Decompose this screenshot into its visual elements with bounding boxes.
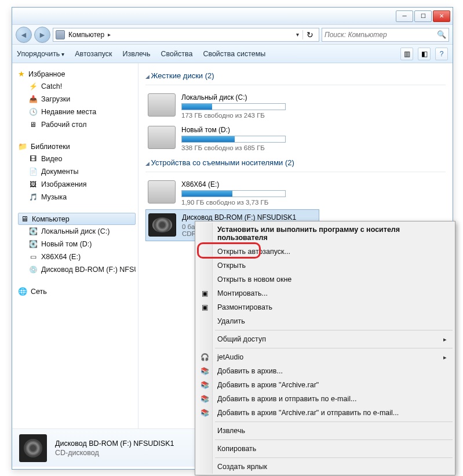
- view-button[interactable]: ▥: [400, 48, 413, 60]
- section-hdd[interactable]: Жесткие диски (2): [145, 68, 446, 85]
- ctx-separator: [215, 422, 453, 422]
- ctx-separator: [215, 348, 453, 348]
- usb-icon: ▭: [28, 252, 38, 261]
- nav-fav-catch[interactable]: ⚡Catch!: [18, 80, 136, 93]
- recent-icon: 🕓: [28, 107, 38, 117]
- nav-network[interactable]: Сеть: [18, 285, 136, 297]
- nav-lib-pictures[interactable]: 🖼Изображения: [18, 178, 136, 191]
- ctx-jetaudio[interactable]: 🎧jetAudio▸: [196, 350, 454, 364]
- back-button[interactable]: ◄: [16, 27, 32, 43]
- mount-icon: ▣: [200, 289, 209, 298]
- ctx-label: Копировать: [217, 445, 256, 453]
- pictures-icon: 🖼: [28, 180, 38, 189]
- ctx-label: Создать ярлык: [217, 463, 267, 471]
- ctx-label: Извлечь: [217, 427, 245, 435]
- drive-free: 1,90 ГБ свободно из 3,73 ГБ: [181, 199, 317, 206]
- properties-button[interactable]: Свойства: [161, 50, 193, 58]
- nav-fav-recent[interactable]: 🕓Недавние места: [18, 106, 136, 118]
- ctx-label: Общий доступ: [217, 335, 266, 343]
- unmount-icon: ▣: [200, 303, 209, 312]
- preview-pane-button[interactable]: ◧: [418, 48, 431, 60]
- ctx-label: jetAudio: [217, 353, 243, 361]
- refresh-button[interactable]: ↻: [302, 30, 316, 39]
- autoplay-button[interactable]: Автозапуск: [75, 50, 112, 58]
- ctx-open-new[interactable]: Открыть в новом окне: [196, 272, 454, 286]
- details-thumb-icon: [19, 434, 47, 462]
- nav-libraries[interactable]: Библиотеки: [18, 140, 136, 152]
- nav-drive-d[interactable]: 💽Новый том (D:): [18, 238, 136, 250]
- nav-lib-music[interactable]: 🎵Музыка: [18, 191, 136, 204]
- drive-name: Дисковод BD-ROM (F:) NFSUDISK1: [182, 213, 316, 221]
- sysprops-button[interactable]: Свойства системы: [203, 50, 265, 58]
- ctx-separator: [215, 330, 453, 330]
- nav-drive-c[interactable]: 💽Локальный диск (C:): [18, 225, 136, 238]
- documents-icon: 📄: [28, 167, 38, 176]
- jetaudio-icon: 🎧: [200, 353, 209, 362]
- help-button[interactable]: ?: [435, 48, 448, 60]
- details-name: Дисковод BD-ROM (F:) NFSUDISK1: [55, 439, 174, 448]
- toolbar: Упорядочить Автозапуск Извлечь Свойства …: [12, 45, 453, 63]
- nav-item-label: Музыка: [41, 193, 67, 201]
- forward-button[interactable]: ►: [34, 27, 50, 43]
- ctx-open-autorun[interactable]: Открыть автозапуск...: [196, 245, 454, 259]
- ctx-delete[interactable]: Удалить: [196, 314, 454, 328]
- ctx-open[interactable]: Открыть: [196, 259, 454, 272]
- ctx-copy[interactable]: Копировать: [196, 442, 454, 456]
- nav-item-label: Загрузки: [41, 95, 70, 103]
- maximize-button[interactable]: ☐: [414, 10, 432, 22]
- nav-lib-video[interactable]: 🎞Видео: [18, 152, 136, 165]
- search-icon[interactable]: 🔍: [437, 30, 446, 39]
- capacity-bar: [181, 136, 286, 143]
- nav-item-label: Catch!: [41, 82, 62, 90]
- breadcrumb-arrow-icon[interactable]: ▸: [108, 31, 111, 38]
- close-button[interactable]: ✕: [433, 10, 450, 22]
- hdd-icon: 💽: [28, 227, 38, 236]
- nav-favorites[interactable]: Избранное: [18, 68, 136, 80]
- nav-fav-desktop[interactable]: 🖥Рабочий стол: [18, 118, 136, 131]
- nav-computer[interactable]: Компьютер: [18, 213, 136, 225]
- music-icon: 🎵: [28, 192, 38, 202]
- search-box[interactable]: 🔍: [322, 28, 449, 42]
- nav-drive-e[interactable]: ▭X86X64 (E:): [18, 250, 136, 263]
- downloads-icon: 📥: [28, 95, 38, 104]
- search-input[interactable]: [325, 31, 437, 39]
- nav-item-label: Видео: [41, 155, 63, 163]
- ctx-separator: [215, 457, 453, 458]
- ctx-add-archive-name-mail[interactable]: 📚Добавить в архив "Archive.rar" и отправ…: [196, 406, 454, 420]
- nav-drive-f[interactable]: 💿Дисковод BD-ROM (F:) NFSU: [18, 263, 136, 276]
- addr-dropdown-icon[interactable]: ▾: [296, 31, 299, 38]
- desktop-icon: 🖥: [28, 120, 38, 129]
- video-icon: 🎞: [28, 154, 38, 163]
- address-bar[interactable]: Компьютер ▸ ▾ ↻: [53, 28, 319, 42]
- ctx-mount[interactable]: ▣Монтировать...: [196, 286, 454, 300]
- hdd-icon: [148, 126, 176, 149]
- drive-d[interactable]: Новый том (D:) 338 ГБ свободно из 685 ГБ: [145, 122, 319, 155]
- drive-e[interactable]: X86X64 (E:) 1,90 ГБ свободно из 3,73 ГБ: [145, 177, 319, 209]
- ctx-unmount[interactable]: ▣Размонтировать: [196, 300, 454, 314]
- ctx-install[interactable]: Установить или выполнить программу с нос…: [196, 223, 454, 245]
- ctx-label: Открыть: [217, 261, 246, 270]
- ctx-add-archive-name[interactable]: 📚Добавить в архив "Archive.rar": [196, 378, 454, 392]
- ctx-add-archive-mail[interactable]: 📚Добавить в архив и отправить по e-mail.…: [196, 392, 454, 406]
- ctx-share[interactable]: Общий доступ▸: [196, 332, 454, 346]
- drive-name: Локальный диск (C:): [181, 93, 317, 101]
- ctx-label: Добавить в архив "Archive.rar" и отправи…: [217, 409, 399, 417]
- nav-item-label: Рабочий стол: [41, 121, 86, 129]
- breadcrumb-computer[interactable]: Компьютер: [68, 31, 104, 39]
- ctx-label: Размонтировать: [217, 303, 272, 311]
- ctx-label: Установить или выполнить программу с нос…: [217, 226, 447, 242]
- usb-drive-icon: [148, 180, 176, 204]
- drive-c[interactable]: Локальный диск (C:) 173 ГБ свободно из 2…: [145, 90, 319, 122]
- nav-fav-downloads[interactable]: 📥Загрузки: [18, 93, 136, 106]
- ctx-label: Открыть в новом окне: [217, 275, 291, 284]
- nav-lib-documents[interactable]: 📄Документы: [18, 165, 136, 178]
- capacity-bar: [181, 103, 286, 110]
- ctx-add-archive[interactable]: 📚Добавить в архив...: [196, 364, 454, 378]
- eject-button[interactable]: Извлечь: [123, 50, 151, 58]
- bdrom-icon: [148, 213, 176, 237]
- section-removable[interactable]: Устройства со съемными носителями (2): [145, 155, 446, 172]
- minimize-button[interactable]: ─: [396, 10, 413, 22]
- organize-button[interactable]: Упорядочить: [17, 50, 64, 58]
- ctx-shortcut[interactable]: Создать ярлык: [196, 460, 454, 474]
- ctx-eject[interactable]: Извлечь: [196, 424, 454, 438]
